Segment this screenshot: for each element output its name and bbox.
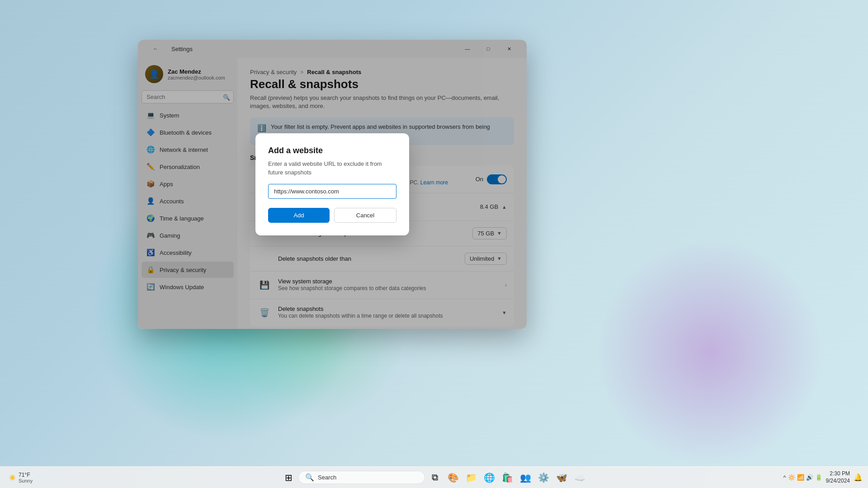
taskbar-app-clipchamp[interactable]: 🦋	[553, 469, 570, 486]
add-button[interactable]: Add	[268, 208, 330, 223]
clock-date: 9/24/2024	[826, 478, 850, 485]
dialog-title: Add a website	[268, 146, 396, 155]
taskbar-app-edge[interactable]: 🌐	[481, 469, 497, 486]
start-button[interactable]: ⊞	[280, 469, 297, 486]
weather-temp: 71°F	[19, 472, 33, 478]
taskbar-app-teams[interactable]: 👥	[517, 469, 533, 486]
taskbar-center: ⊞ 🔍 Search ⧉ 🎨 📁 🌐 🛍️ 👥 ⚙️ 🦋 ☁️	[280, 469, 588, 486]
cancel-button[interactable]: Cancel	[334, 208, 396, 223]
brightness-icon[interactable]: 🔆	[788, 474, 795, 481]
taskbar: ☀️ 71°F Sunny ⊞ 🔍 Search ⧉ 🎨 📁 🌐 🛍️ 👥 ⚙️…	[0, 466, 868, 488]
task-view-icon: ⧉	[432, 472, 438, 483]
dialog-buttons: Add Cancel	[268, 208, 396, 223]
weather-info: 71°F Sunny	[19, 472, 33, 483]
clock-time: 2:30 PM	[826, 470, 850, 478]
windows-icon: ⊞	[285, 472, 292, 483]
taskbar-search-icon: 🔍	[305, 473, 314, 482]
add-website-dialog: Add a website Enter a valid website URL …	[255, 133, 409, 235]
taskbar-search[interactable]: 🔍 Search	[298, 471, 425, 484]
notification-icon[interactable]: 🔔	[854, 473, 863, 482]
battery-icon[interactable]: 🔋	[815, 474, 822, 481]
volume-icon[interactable]: 🔊	[806, 474, 813, 481]
wifi-icon[interactable]: 📶	[797, 474, 804, 481]
taskbar-app-files[interactable]: 📁	[463, 469, 479, 486]
taskbar-app-paint[interactable]: 🎨	[445, 469, 461, 486]
task-view-button[interactable]: ⧉	[427, 469, 443, 486]
settings-window: ← Settings — □ ✕ 👤 Zac Mendez zacmendez@…	[138, 40, 527, 329]
taskbar-app-onedrive[interactable]: ☁️	[571, 469, 588, 486]
taskbar-left: ☀️ 71°F Sunny	[5, 470, 36, 485]
taskbar-clock[interactable]: 2:30 PM 9/24/2024	[826, 470, 850, 484]
weather-desc: Sunny	[19, 478, 33, 483]
taskbar-right: ^ 🔆 📶 🔊 🔋 2:30 PM 9/24/2024 🔔	[783, 470, 863, 484]
system-tray: ^ 🔆 📶 🔊 🔋	[783, 474, 822, 481]
taskbar-search-text: Search	[318, 474, 336, 481]
weather-icon: ☀️	[9, 474, 16, 481]
taskbar-app-settings[interactable]: ⚙️	[535, 469, 552, 486]
url-input[interactable]	[268, 184, 396, 199]
tray-expand-icon[interactable]: ^	[783, 474, 786, 481]
dialog-desc: Enter a valid website URL to exclude it …	[268, 160, 396, 176]
dialog-overlay: Add a website Enter a valid website URL …	[138, 40, 527, 329]
taskbar-app-store[interactable]: 🛍️	[499, 469, 515, 486]
weather-widget[interactable]: ☀️ 71°F Sunny	[5, 470, 36, 485]
